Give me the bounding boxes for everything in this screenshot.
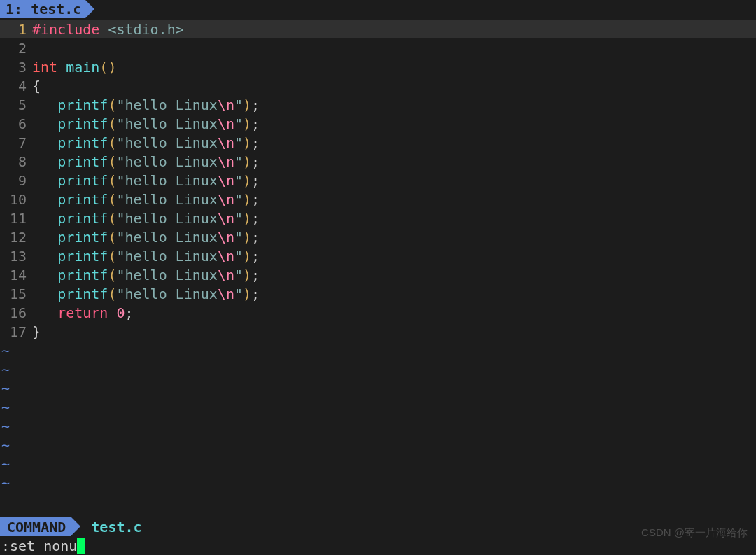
code-content: { [32,78,41,94]
code-content: printf("hello Linux\n"); [32,97,260,113]
code-content: printf("hello Linux\n"); [32,134,260,151]
code-line[interactable]: 1#include <stdio.h> [0,20,756,38]
code-content: } [32,323,41,340]
empty-line-tilde: ~ [0,341,756,360]
line-number: 5 [0,97,32,113]
code-content: printf("hello Linux\n"); [32,248,260,265]
cursor-icon [77,538,85,554]
line-number: 11 [0,210,32,227]
code-line[interactable]: 4{ [0,76,756,95]
code-content: printf("hello Linux\n"); [32,229,260,246]
code-content: printf("hello Linux\n"); [32,153,260,170]
code-content: return 0; [32,304,134,321]
code-content: #include <stdio.h> [32,21,184,38]
buffer-tab[interactable]: 1: test.c [0,0,85,18]
editor-area[interactable]: 1#include <stdio.h>23int main()4{5 print… [0,18,756,517]
code-line[interactable]: 8 printf("hello Linux\n"); [0,152,756,171]
empty-line-tilde: ~ [0,435,756,454]
code-content: printf("hello Linux\n"); [32,115,260,132]
code-line[interactable]: 2 [0,38,756,57]
code-content: printf("hello Linux\n"); [32,191,260,208]
empty-line-tilde: ~ [0,416,756,435]
code-line[interactable]: 16 return 0; [0,303,756,322]
code-line[interactable]: 9 printf("hello Linux\n"); [0,171,756,190]
code-line[interactable]: 12 printf("hello Linux\n"); [0,227,756,246]
code-content: printf("hello Linux\n"); [32,172,260,189]
code-content: int main() [32,59,116,76]
line-number: 8 [0,153,32,170]
code-line[interactable]: 10 printf("hello Linux\n"); [0,190,756,209]
command-text: :set nonu [1,538,77,554]
line-number: 9 [0,172,32,189]
line-number: 7 [0,134,32,151]
code-line[interactable]: 5 printf("hello Linux\n"); [0,95,756,114]
code-line[interactable]: 13 printf("hello Linux\n"); [0,246,756,265]
code-line[interactable]: 3int main() [0,57,756,76]
code-content: printf("hello Linux\n"); [32,267,260,283]
line-number: 4 [0,78,32,94]
line-number: 15 [0,286,32,302]
line-number: 10 [0,191,32,208]
code-line[interactable]: 15 printf("hello Linux\n"); [0,284,756,303]
empty-line-tilde: ~ [0,379,756,398]
empty-line-tilde: ~ [0,473,756,492]
mode-indicator: COMMAND [0,517,71,536]
line-number: 1 [0,21,32,38]
code-content: printf("hello Linux\n"); [32,286,260,302]
status-filename: test.c [85,519,141,535]
line-number: 13 [0,248,32,265]
code-line[interactable]: 11 printf("hello Linux\n"); [0,209,756,227]
line-number: 14 [0,267,32,283]
empty-line-tilde: ~ [0,454,756,473]
line-number: 12 [0,229,32,246]
line-number: 16 [0,304,32,321]
tab-index: 1 [6,1,14,17]
tab-bar: 1: test.c [0,0,756,18]
code-content: printf("hello Linux\n"); [32,210,260,227]
code-line[interactable]: 14 printf("hello Linux\n"); [0,265,756,284]
code-line[interactable]: 6 printf("hello Linux\n"); [0,114,756,133]
code-line[interactable]: 7 printf("hello Linux\n"); [0,133,756,152]
line-number: 17 [0,323,32,340]
code-line[interactable]: 17} [0,322,756,341]
empty-line-tilde: ~ [0,398,756,416]
line-number: 6 [0,115,32,132]
empty-line-tilde: ~ [0,360,756,379]
line-number: 2 [0,40,32,57]
tab-filename: test.c [31,1,81,17]
watermark: CSDN @寄一片海给你 [641,526,748,540]
line-number: 3 [0,59,32,76]
